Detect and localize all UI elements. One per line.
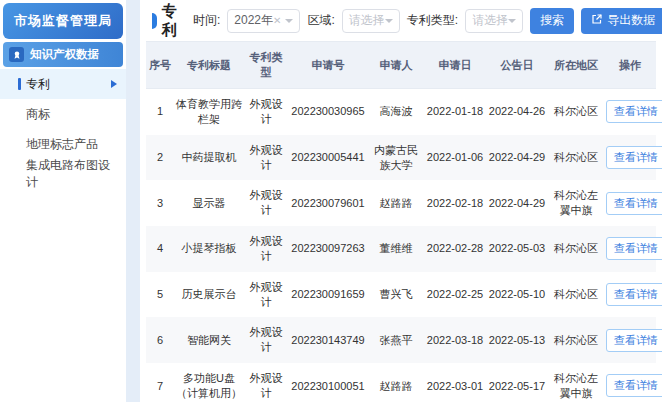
cell-publish-date: 2022-05-13 xyxy=(486,317,548,363)
view-details-button[interactable]: 查看详情 xyxy=(606,374,662,397)
cell-publish-date: 2022-05-17 xyxy=(486,363,548,402)
cell-index: 7 xyxy=(146,363,174,402)
cell-region: 科尔沁区 xyxy=(548,89,604,135)
badge-icon xyxy=(9,47,24,62)
chevron-down-icon xyxy=(285,19,293,23)
col-title: 专利标题 xyxy=(174,42,244,89)
cell-apply-date: 2022-03-18 xyxy=(424,317,486,363)
col-index: 序号 xyxy=(146,42,174,89)
table-row: 4小提琴指板外观设计202230097263董维维2022-02-282022-… xyxy=(146,226,656,272)
cell-type: 外观设计 xyxy=(244,226,288,272)
table-row: 3显示器外观设计202230079601赵路路2022-02-182022-04… xyxy=(146,180,656,226)
sidebar-section-label: 知识产权数据 xyxy=(30,47,99,62)
cell-publish-date: 2022-04-29 xyxy=(486,180,548,226)
cell-publish-date: 2022-05-10 xyxy=(486,272,548,318)
cell-app-no: 202230030965 xyxy=(288,89,368,135)
cell-region: 科尔沁区 xyxy=(548,135,604,181)
cell-title: 体育教学用跨栏架 xyxy=(174,89,244,135)
table-body: 1体育教学用跨栏架外观设计202230030965高海波2022-01-1820… xyxy=(146,89,656,402)
cell-type: 外观设计 xyxy=(244,135,288,181)
cell-actions: 查看详情 xyxy=(604,226,656,272)
time-select[interactable]: 2022年 ✕ xyxy=(227,9,300,33)
table-row: 7多功能U盘（计算机用）外观设计202230100051赵路路2022-03-0… xyxy=(146,363,656,402)
cell-index: 3 xyxy=(146,180,174,226)
toolbar: 专利 时间: 2022年 ✕ 区域: 请选择 专利类型: 请选择 搜索 xyxy=(146,0,656,41)
cell-title: 智能网关 xyxy=(174,317,244,363)
cell-title: 历史展示台 xyxy=(174,272,244,318)
cell-actions: 查看详情 xyxy=(604,89,656,135)
export-button[interactable]: 导出数据 xyxy=(581,8,662,34)
cell-region: 科尔沁左翼中旗 xyxy=(548,180,604,226)
patent-type-select-placeholder: 请选择 xyxy=(472,12,508,29)
sidebar-item-label: 集成电路布图设计 xyxy=(26,157,116,191)
cell-publish-date: 2022-04-29 xyxy=(486,135,548,181)
cell-type: 外观设计 xyxy=(244,89,288,135)
page-title: 专利 xyxy=(152,2,180,40)
patent-type-filter-label: 专利类型: xyxy=(407,12,458,29)
view-details-button[interactable]: 查看详情 xyxy=(606,192,662,215)
cell-title: 显示器 xyxy=(174,180,244,226)
cell-applicant: 董维维 xyxy=(368,226,424,272)
patent-table: 序号 专利标题 专利类型 申请号 申请人 申请日 公告日 所在地区 操作 1体育… xyxy=(146,41,656,402)
region-select-placeholder: 请选择 xyxy=(349,12,385,29)
cell-type: 外观设计 xyxy=(244,272,288,318)
cell-apply-date: 2022-02-25 xyxy=(424,272,486,318)
col-actions: 操作 xyxy=(604,42,656,89)
col-app-no: 申请号 xyxy=(288,42,368,89)
cell-actions: 查看详情 xyxy=(604,180,656,226)
col-region: 所在地区 xyxy=(548,42,604,89)
sidebar-section-ip-data[interactable]: 知识产权数据 xyxy=(3,42,123,67)
cell-applicant: 曹兴飞 xyxy=(368,272,424,318)
chevron-down-icon xyxy=(508,19,516,23)
cell-apply-date: 2022-02-18 xyxy=(424,180,486,226)
sidebar-item-patent[interactable]: 专利 xyxy=(0,69,126,99)
sidebar-item-label: 商标 xyxy=(26,106,50,123)
cell-region: 科尔沁区 xyxy=(548,226,604,272)
cell-index: 2 xyxy=(146,135,174,181)
sidebar-item-ic-layout[interactable]: 集成电路布图设计 xyxy=(0,159,126,189)
cell-title: 中药提取机 xyxy=(174,135,244,181)
cell-region: 科尔沁区 xyxy=(548,272,604,318)
cell-publish-date: 2022-04-26 xyxy=(486,89,548,135)
cell-app-no: 202230091659 xyxy=(288,272,368,318)
table-row: 5历史展示台外观设计202230091659曹兴飞2022-02-252022-… xyxy=(146,272,656,318)
region-filter-label: 区域: xyxy=(307,12,334,29)
clear-icon[interactable]: ✕ xyxy=(273,15,281,26)
search-button[interactable]: 搜索 xyxy=(530,8,574,34)
cell-applicant: 高海波 xyxy=(368,89,424,135)
cell-index: 6 xyxy=(146,317,174,363)
view-details-button[interactable]: 查看详情 xyxy=(606,283,662,306)
cell-title: 小提琴指板 xyxy=(174,226,244,272)
col-apply-date: 申请日 xyxy=(424,42,486,89)
cell-index: 5 xyxy=(146,272,174,318)
cell-app-no: 202230079601 xyxy=(288,180,368,226)
region-select[interactable]: 请选择 xyxy=(342,9,400,33)
cell-type: 外观设计 xyxy=(244,317,288,363)
cell-applicant: 张燕平 xyxy=(368,317,424,363)
view-details-button[interactable]: 查看详情 xyxy=(606,237,662,260)
cell-applicant: 赵路路 xyxy=(368,180,424,226)
patent-type-select[interactable]: 请选择 xyxy=(465,9,523,33)
view-details-button[interactable]: 查看详情 xyxy=(606,100,662,123)
cell-actions: 查看详情 xyxy=(604,135,656,181)
cell-applicant: 赵路路 xyxy=(368,363,424,402)
sidebar-nav: 专利 商标 地理标志产品 集成电路布图设计 xyxy=(0,69,126,189)
cell-app-no: 202230005441 xyxy=(288,135,368,181)
cell-apply-date: 2022-03-01 xyxy=(424,363,486,402)
cell-app-no: 202230143749 xyxy=(288,317,368,363)
sidebar-item-geo-products[interactable]: 地理标志产品 xyxy=(0,129,126,159)
cell-app-no: 202230100051 xyxy=(288,363,368,402)
cell-apply-date: 2022-01-06 xyxy=(424,135,486,181)
time-select-value: 2022年 xyxy=(234,12,273,29)
view-details-button[interactable]: 查看详情 xyxy=(606,146,662,169)
cell-actions: 查看详情 xyxy=(604,272,656,318)
table-row: 1体育教学用跨栏架外观设计202230030965高海波2022-01-1820… xyxy=(146,89,656,135)
cell-type: 外观设计 xyxy=(244,180,288,226)
cell-publish-date: 2022-05-03 xyxy=(486,226,548,272)
view-details-button[interactable]: 查看详情 xyxy=(606,329,662,352)
sidebar-item-trademark[interactable]: 商标 xyxy=(0,99,126,129)
cell-index: 1 xyxy=(146,89,174,135)
cell-region: 科尔沁区 xyxy=(548,317,604,363)
col-applicant: 申请人 xyxy=(368,42,424,89)
table-row: 6智能网关外观设计202230143749张燕平2022-03-182022-0… xyxy=(146,317,656,363)
